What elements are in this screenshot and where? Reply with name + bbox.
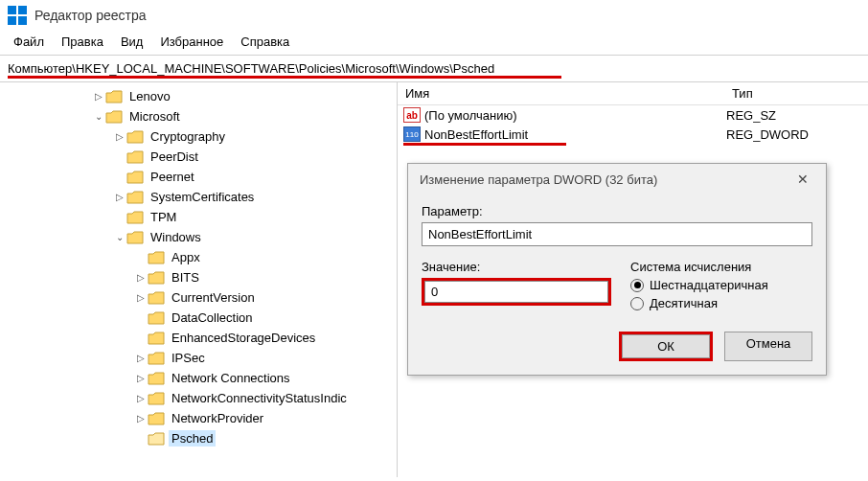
- tree-node-datacollection[interactable]: DataCollection: [134, 308, 397, 328]
- list-header: Имя Тип: [398, 82, 868, 105]
- radio-hex[interactable]: Шестнадцатеричная: [630, 278, 812, 292]
- window-title: Редактор реестра: [34, 8, 147, 23]
- tree-label: Peernet: [148, 169, 197, 185]
- tree-label: BITS: [169, 269, 202, 286]
- folder-icon: [148, 372, 165, 385]
- value-row-nonbesteffort[interactable]: 110 NonBestEffortLimit REG_DWORD: [398, 125, 868, 144]
- tree-node-bits[interactable]: ▷BITS: [134, 267, 397, 287]
- chevron-right-icon[interactable]: ▷: [134, 412, 148, 425]
- chevron-right-icon[interactable]: ▷: [134, 352, 148, 365]
- edit-dword-dialog: Изменение параметра DWORD (32 бита) ✕ Па…: [407, 163, 827, 376]
- chevron-right-icon[interactable]: ▷: [134, 392, 148, 405]
- tree-node-psched[interactable]: Psched: [134, 428, 397, 448]
- folder-icon: [148, 332, 165, 345]
- value-type: REG_DWORD: [726, 127, 868, 142]
- radio-dec[interactable]: Десятичная: [630, 296, 812, 310]
- dialog-buttons: ОК Отмена: [422, 332, 812, 361]
- param-name-field: NonBestEffortLimit: [422, 222, 812, 246]
- tree-node-netconn[interactable]: ▷Network Connections: [134, 368, 397, 388]
- menu-help[interactable]: Справка: [233, 33, 297, 51]
- tree-node-ipsec[interactable]: ▷IPSec: [134, 348, 397, 368]
- tree-label: Cryptography: [148, 128, 228, 145]
- column-type[interactable]: Тип: [728, 86, 868, 101]
- tree-node-peernet[interactable]: Peernet: [113, 167, 397, 187]
- value-label: Значение:: [422, 260, 611, 274]
- param-label: Параметр:: [422, 204, 812, 218]
- svg-rect-3: [18, 16, 27, 25]
- tree-spacer: [134, 311, 148, 325]
- tree-node-microsoft[interactable]: ⌄ Microsoft: [92, 106, 397, 126]
- address-text: Компьютер\HKEY_LOCAL_MACHINE\SOFTWARE\Po…: [8, 61, 494, 76]
- folder-icon: [148, 392, 165, 405]
- tree-label: EnhancedStorageDevices: [169, 330, 318, 346]
- tree-node-systemcertificates[interactable]: ▷SystemCertificates: [113, 187, 397, 207]
- chevron-right-icon[interactable]: ▷: [113, 130, 126, 144]
- annotation-highlight: [422, 278, 611, 306]
- tree-node-enhancedstorage[interactable]: EnhancedStorageDevices: [134, 328, 397, 348]
- base-label: Система исчисления: [630, 260, 812, 274]
- value-row-default[interactable]: ab (По умолчанию) REG_SZ: [398, 105, 868, 125]
- radio-icon: [630, 297, 644, 310]
- tree-spacer: [113, 171, 126, 184]
- menu-file[interactable]: Файл: [6, 33, 52, 51]
- tree-label: DataCollection: [169, 309, 256, 326]
- ok-button[interactable]: ОК: [622, 334, 710, 358]
- folder-icon: [126, 231, 144, 244]
- folder-icon: [148, 251, 165, 264]
- cancel-button[interactable]: Отмена: [724, 332, 812, 361]
- menu-view[interactable]: Вид: [113, 33, 151, 51]
- value-type: REG_SZ: [726, 108, 868, 123]
- tree-spacer: [134, 332, 148, 345]
- tree-pane[interactable]: ▷ Lenovo ⌄ Microsoft ▷Cryptography PeerD…: [0, 82, 398, 477]
- folder-open-icon: [148, 432, 165, 446]
- address-bar[interactable]: Компьютер\HKEY_LOCAL_MACHINE\SOFTWARE\Po…: [0, 56, 868, 82]
- chevron-right-icon[interactable]: ▷: [134, 291, 148, 305]
- tree-label: NetworkConnectivityStatusIndic: [169, 390, 350, 406]
- tree-label: Lenovo: [126, 88, 173, 104]
- value-name: (По умолчанию): [424, 108, 726, 123]
- tree-label: TPM: [148, 209, 179, 225]
- annotation-underline: [8, 76, 561, 79]
- chevron-right-icon[interactable]: ▷: [134, 271, 148, 285]
- dialog-title: Изменение параметра DWORD (32 бита): [420, 172, 657, 187]
- folder-icon: [126, 130, 144, 144]
- chevron-down-icon[interactable]: ⌄: [92, 110, 105, 124]
- value-input[interactable]: [424, 281, 608, 303]
- chevron-right-icon[interactable]: ▷: [92, 90, 105, 103]
- folder-icon: [105, 110, 123, 124]
- value-name: NonBestEffortLimit: [424, 127, 726, 142]
- tree-node-currentversion[interactable]: ▷CurrentVersion: [134, 287, 397, 308]
- column-name[interactable]: Имя: [398, 86, 728, 101]
- folder-icon: [126, 211, 144, 224]
- tree-node-netconnstatus[interactable]: ▷NetworkConnectivityStatusIndic: [134, 388, 397, 408]
- string-value-icon: ab: [403, 107, 421, 123]
- folder-icon: [148, 412, 165, 425]
- tree-label: CurrentVersion: [169, 289, 258, 306]
- folder-icon: [126, 150, 144, 164]
- menu-edit[interactable]: Правка: [54, 33, 111, 51]
- tree-node-cryptography[interactable]: ▷Cryptography: [113, 126, 397, 147]
- tree-label: Network Connections: [169, 370, 293, 386]
- tree-node-tpm[interactable]: TPM: [113, 207, 397, 227]
- tree-spacer: [134, 251, 148, 264]
- tree-label: SystemCertificates: [148, 189, 257, 205]
- close-icon[interactable]: ✕: [789, 170, 816, 189]
- tree-label: Windows: [148, 229, 204, 245]
- chevron-down-icon[interactable]: ⌄: [113, 231, 126, 244]
- folder-icon: [105, 90, 123, 103]
- tree-node-lenovo[interactable]: ▷ Lenovo: [92, 86, 397, 106]
- tree-label: IPSec: [169, 350, 208, 366]
- chevron-right-icon[interactable]: ▷: [134, 372, 148, 385]
- svg-rect-1: [18, 6, 27, 14]
- svg-rect-2: [8, 16, 16, 25]
- menu-favorites[interactable]: Избранное: [152, 33, 231, 51]
- tree-node-networkprovider[interactable]: ▷NetworkProvider: [134, 408, 397, 428]
- tree-node-appx[interactable]: Appx: [134, 247, 397, 267]
- tree-node-peerdist[interactable]: PeerDist: [113, 147, 397, 167]
- titlebar: Редактор реестра: [0, 0, 868, 29]
- dialog-titlebar[interactable]: Изменение параметра DWORD (32 бита) ✕: [408, 164, 826, 196]
- chevron-right-icon[interactable]: ▷: [113, 191, 126, 204]
- tree-node-windows[interactable]: ⌄Windows: [113, 227, 397, 247]
- dword-value-icon: 110: [403, 126, 421, 142]
- tree-label: PeerDist: [148, 149, 201, 165]
